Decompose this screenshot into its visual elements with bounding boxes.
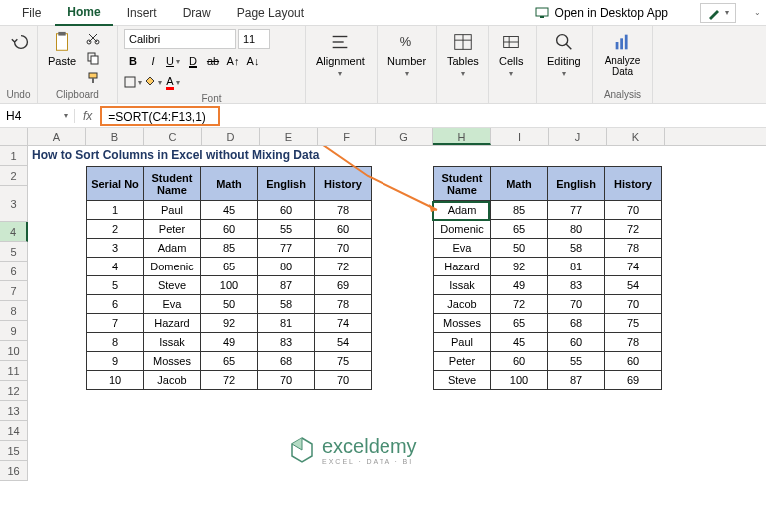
alignment-button[interactable]: Alignment▾ bbox=[312, 29, 369, 80]
table-cell[interactable]: Jacob bbox=[144, 371, 201, 390]
copy-button[interactable] bbox=[84, 49, 102, 67]
row-header[interactable]: 15 bbox=[0, 441, 28, 461]
cut-button[interactable] bbox=[84, 29, 102, 47]
editing-button[interactable]: Editing▾ bbox=[543, 29, 585, 80]
italic-button[interactable]: I bbox=[144, 52, 162, 70]
tab-file[interactable]: File bbox=[10, 1, 53, 25]
table-cell[interactable]: Domenic bbox=[144, 258, 201, 276]
row-header[interactable]: 9 bbox=[0, 321, 28, 341]
table-cell[interactable]: Domenic bbox=[434, 220, 491, 239]
row-header[interactable]: 11 bbox=[0, 361, 28, 381]
table-cell[interactable]: 65 bbox=[491, 314, 548, 333]
table-cell[interactable]: 65 bbox=[201, 352, 258, 371]
format-painter-button[interactable] bbox=[84, 69, 102, 87]
table-cell[interactable]: 55 bbox=[258, 220, 315, 239]
table-cell[interactable]: 100 bbox=[491, 371, 548, 390]
row-header[interactable]: 3 bbox=[0, 186, 28, 222]
table-cell[interactable]: 77 bbox=[258, 239, 315, 258]
col-header[interactable]: J bbox=[549, 128, 607, 145]
table-cell[interactable]: 77 bbox=[548, 201, 605, 220]
spreadsheet-area[interactable]: How to Sort Columns in Excel without Mix… bbox=[28, 146, 766, 481]
table-cell[interactable]: 87 bbox=[258, 276, 315, 295]
table-cell[interactable]: 55 bbox=[548, 352, 605, 371]
table-cell[interactable]: 8 bbox=[87, 333, 144, 352]
table-cell[interactable]: Eva bbox=[434, 239, 491, 258]
row-header[interactable]: 14 bbox=[0, 421, 28, 441]
analyze-button[interactable]: Analyze Data bbox=[599, 29, 646, 79]
font-name-input[interactable] bbox=[124, 29, 236, 49]
select-all-corner[interactable] bbox=[0, 128, 28, 145]
table-cell[interactable]: 75 bbox=[315, 352, 372, 371]
row-header[interactable]: 4 bbox=[0, 222, 28, 242]
row-header[interactable]: 13 bbox=[0, 401, 28, 421]
table-cell[interactable]: 68 bbox=[258, 352, 315, 371]
table-cell[interactable]: Issak bbox=[144, 333, 201, 352]
row-header[interactable]: 16 bbox=[0, 461, 28, 481]
table-cell[interactable]: Paul bbox=[434, 333, 491, 352]
table-cell[interactable]: 83 bbox=[258, 333, 315, 352]
table-cell[interactable]: 80 bbox=[258, 258, 315, 276]
table-cell[interactable]: Jacob bbox=[434, 295, 491, 314]
table-cell[interactable]: 72 bbox=[605, 220, 662, 239]
table-cell[interactable]: 70 bbox=[315, 371, 372, 390]
font-size-input[interactable] bbox=[238, 29, 270, 49]
col-header[interactable]: K bbox=[607, 128, 665, 145]
table-cell[interactable]: 92 bbox=[491, 258, 548, 276]
table-cell[interactable]: 70 bbox=[258, 371, 315, 390]
table-cell[interactable]: 60 bbox=[315, 220, 372, 239]
table-cell[interactable]: 70 bbox=[605, 295, 662, 314]
table-cell[interactable]: 65 bbox=[201, 258, 258, 276]
table-cell[interactable]: 60 bbox=[605, 352, 662, 371]
table-cell[interactable]: Hazard bbox=[144, 314, 201, 333]
table-cell[interactable]: 72 bbox=[201, 371, 258, 390]
row-header[interactable]: 8 bbox=[0, 301, 28, 321]
table-cell[interactable]: Eva bbox=[144, 295, 201, 314]
undo-button[interactable] bbox=[6, 29, 36, 55]
table-cell[interactable]: 1 bbox=[87, 201, 144, 220]
table-cell[interactable]: 92 bbox=[201, 314, 258, 333]
row-header[interactable]: 5 bbox=[0, 242, 28, 262]
table-cell[interactable]: 58 bbox=[548, 239, 605, 258]
table-cell[interactable]: 60 bbox=[491, 352, 548, 371]
tab-draw[interactable]: Draw bbox=[171, 1, 223, 25]
table-cell[interactable]: Paul bbox=[144, 201, 201, 220]
table-cell[interactable]: 68 bbox=[548, 314, 605, 333]
table-cell[interactable]: 7 bbox=[87, 314, 144, 333]
tables-button[interactable]: Tables▾ bbox=[443, 29, 483, 80]
table-cell[interactable]: 60 bbox=[258, 201, 315, 220]
table-cell[interactable]: 49 bbox=[201, 333, 258, 352]
table-cell[interactable]: 75 bbox=[605, 314, 662, 333]
table-cell[interactable]: Peter bbox=[144, 220, 201, 239]
table-cell[interactable]: 54 bbox=[605, 276, 662, 295]
bold-button[interactable]: B bbox=[124, 52, 142, 70]
table-cell[interactable]: 72 bbox=[491, 295, 548, 314]
table-cell[interactable]: 85 bbox=[201, 239, 258, 258]
cells-button[interactable]: Cells▾ bbox=[495, 29, 527, 80]
col-header[interactable]: D bbox=[202, 128, 260, 145]
name-box[interactable]: H4▾ bbox=[0, 109, 75, 123]
table-cell[interactable]: 81 bbox=[258, 314, 315, 333]
table-cell[interactable]: 5 bbox=[87, 276, 144, 295]
formula-input[interactable]: =SORT(C4:F13,1) bbox=[100, 106, 220, 126]
table-cell[interactable]: 74 bbox=[315, 314, 372, 333]
tab-home[interactable]: Home bbox=[55, 0, 112, 26]
shrink-font-button[interactable]: A↓ bbox=[244, 52, 262, 70]
row-header[interactable]: 6 bbox=[0, 262, 28, 281]
table-cell[interactable]: 9 bbox=[87, 352, 144, 371]
table-cell[interactable]: 78 bbox=[315, 295, 372, 314]
grow-font-button[interactable]: A↑ bbox=[224, 52, 242, 70]
table-cell[interactable]: 78 bbox=[605, 239, 662, 258]
table-cell[interactable]: 78 bbox=[605, 333, 662, 352]
table-cell[interactable]: 4 bbox=[87, 258, 144, 276]
table-cell[interactable]: 78 bbox=[315, 201, 372, 220]
table-cell[interactable]: 49 bbox=[491, 276, 548, 295]
tab-insert[interactable]: Insert bbox=[115, 1, 169, 25]
table-cell[interactable]: Steve bbox=[144, 276, 201, 295]
table-cell[interactable]: 45 bbox=[491, 333, 548, 352]
borders-button[interactable] bbox=[124, 73, 142, 91]
table-cell[interactable]: 83 bbox=[548, 276, 605, 295]
table-cell[interactable]: 2 bbox=[87, 220, 144, 239]
table-cell[interactable]: Peter bbox=[434, 352, 491, 371]
double-underline-button[interactable]: D bbox=[184, 52, 202, 70]
table-cell[interactable]: Adam bbox=[434, 201, 491, 220]
